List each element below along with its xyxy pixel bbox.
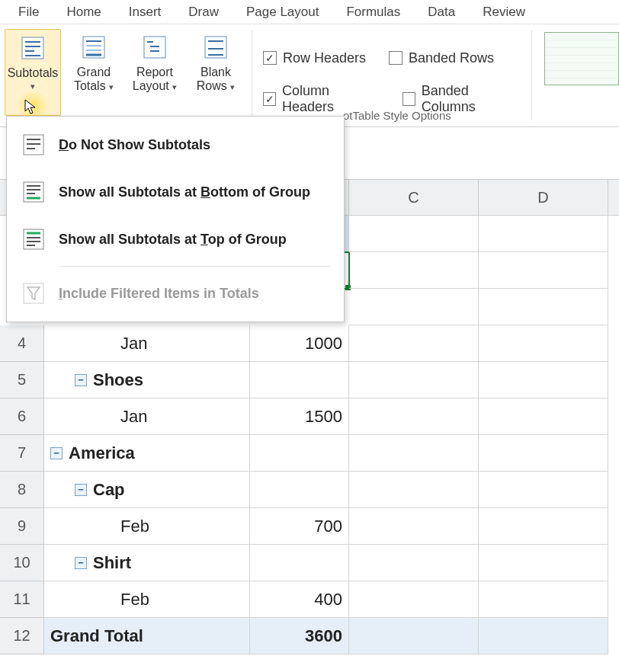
menu-item-label: Do Not Show Subtotals — [59, 137, 210, 153]
cell[interactable] — [349, 545, 479, 581]
menu-page-layout[interactable]: Page Layout — [233, 2, 332, 23]
cell[interactable] — [250, 472, 349, 508]
blank-rows-button[interactable]: Blank Rows ▾ — [188, 29, 244, 116]
chevron-down-icon: ▾ — [172, 82, 177, 91]
menu-review[interactable]: Review — [469, 2, 539, 23]
menu-data[interactable]: Data — [414, 2, 469, 23]
menu-home[interactable]: Home — [53, 2, 114, 23]
cell[interactable] — [479, 581, 608, 618]
collapse-icon[interactable]: − — [75, 374, 87, 386]
subtotals-bottom-item[interactable]: Show all Subtotals at Bottom of Group — [7, 168, 344, 216]
row-header[interactable]: 5 — [0, 362, 44, 398]
cell[interactable] — [349, 325, 479, 362]
subtotal-icon — [22, 181, 45, 203]
cell[interactable] — [479, 618, 608, 654]
collapse-icon[interactable]: − — [50, 447, 63, 459]
cell[interactable]: 3600 — [250, 618, 349, 654]
collapse-icon[interactable]: − — [75, 484, 87, 496]
row-headers-checkbox[interactable]: ✓ Row Headers — [263, 50, 366, 66]
ribbon-separator — [252, 30, 252, 120]
cell[interactable] — [349, 252, 479, 289]
row-header[interactable]: 6 — [0, 398, 44, 435]
row-header[interactable]: 10 — [0, 545, 44, 581]
cell[interactable]: 700 — [250, 508, 349, 545]
grand-totals-button[interactable]: Grand Totals ▾ — [66, 29, 122, 116]
cell[interactable] — [349, 398, 479, 435]
subtotal-icon — [22, 133, 45, 156]
blank-rows-label: Blank Rows ▾ — [188, 66, 244, 94]
menu-separator — [60, 266, 330, 267]
cell[interactable] — [479, 325, 608, 362]
subtotals-button[interactable]: Subtotals ▾ — [5, 29, 61, 116]
cell[interactable]: −Cap — [44, 472, 250, 508]
table-row: 6Jan1500 — [0, 398, 619, 435]
cell[interactable] — [349, 508, 479, 545]
cell[interactable]: Jan — [44, 398, 250, 435]
cell[interactable]: −America — [44, 435, 250, 472]
banded-rows-checkbox[interactable]: Banded Rows — [389, 50, 494, 66]
svg-rect-32 — [24, 283, 43, 303]
cell[interactable] — [349, 216, 479, 252]
report-layout-icon — [141, 34, 168, 61]
cell[interactable] — [479, 435, 608, 472]
cell[interactable] — [349, 362, 479, 398]
ribbon-group-caption: otTable Style Options — [343, 109, 451, 122]
cell[interactable] — [479, 362, 608, 398]
cell[interactable]: 1500 — [250, 398, 349, 435]
ribbon-layout-group: Subtotals ▾ Grand Totals ▾ Report Layout… — [0, 24, 249, 126]
cell[interactable] — [479, 252, 608, 289]
pivot-styles-gallery[interactable] — [535, 24, 619, 126]
filter-icon — [22, 282, 45, 305]
row-header[interactable]: 8 — [0, 472, 44, 508]
cell[interactable] — [250, 435, 349, 472]
cell[interactable] — [479, 472, 608, 508]
menu-file[interactable]: File — [5, 2, 53, 23]
subtotals-icon — [19, 34, 47, 62]
cell[interactable] — [250, 545, 349, 581]
report-layout-label: Report Layout ▾ — [127, 66, 183, 94]
cell[interactable] — [349, 289, 479, 325]
chevron-down-icon: ▾ — [230, 82, 235, 91]
row-header[interactable]: 11 — [0, 581, 44, 618]
cell[interactable] — [250, 362, 349, 398]
cell[interactable] — [349, 435, 479, 472]
subtotals-dropdown: Do Not Show Subtotals Show all Subtotals… — [6, 116, 345, 322]
row-header[interactable]: 12 — [0, 618, 44, 654]
grid: 4Jan10005−Shoes6Jan15007−America8−Cap9Fe… — [0, 325, 619, 654]
cell[interactable] — [479, 289, 608, 325]
menu-formulas[interactable]: Formulas — [332, 2, 414, 23]
table-row: 4Jan1000 — [0, 325, 619, 362]
cell[interactable] — [479, 508, 608, 545]
cell[interactable]: −Shirt — [44, 545, 250, 581]
cell[interactable] — [479, 398, 608, 435]
cell[interactable]: 400 — [250, 581, 349, 618]
column-header-d[interactable]: D — [479, 180, 608, 215]
checkbox-unchecked-icon — [389, 51, 403, 65]
menu-draw[interactable]: Draw — [175, 2, 233, 23]
menu-insert[interactable]: Insert — [115, 2, 175, 23]
row-header[interactable]: 9 — [0, 508, 44, 545]
cell[interactable]: Jan — [44, 325, 250, 362]
chevron-down-icon: ▾ — [30, 82, 35, 91]
cell[interactable] — [349, 472, 479, 508]
cell[interactable] — [479, 545, 608, 581]
cell[interactable]: 1000 — [250, 325, 349, 362]
cell[interactable] — [479, 216, 608, 252]
cell[interactable]: −Shoes — [44, 362, 250, 398]
cell[interactable] — [349, 618, 479, 654]
table-row: 10−Shirt — [0, 545, 619, 581]
cell[interactable] — [349, 581, 479, 618]
row-headers-label: Row Headers — [283, 50, 366, 66]
chevron-down-icon: ▾ — [109, 82, 114, 91]
report-layout-button[interactable]: Report Layout ▾ — [127, 29, 183, 116]
row-header[interactable]: 4 — [0, 325, 44, 362]
cell[interactable]: Feb — [44, 581, 250, 618]
column-header-c[interactable]: C — [349, 180, 479, 215]
row-header[interactable]: 7 — [0, 435, 44, 472]
cell[interactable]: Grand Total — [44, 618, 250, 654]
collapse-icon[interactable]: − — [75, 557, 87, 569]
subtotals-top-item[interactable]: Show all Subtotals at Top of Group — [7, 216, 344, 263]
cell[interactable]: Feb — [44, 508, 250, 545]
table-row: 7−America — [0, 435, 619, 472]
do-not-show-subtotals-item[interactable]: Do Not Show Subtotals — [7, 121, 344, 168]
